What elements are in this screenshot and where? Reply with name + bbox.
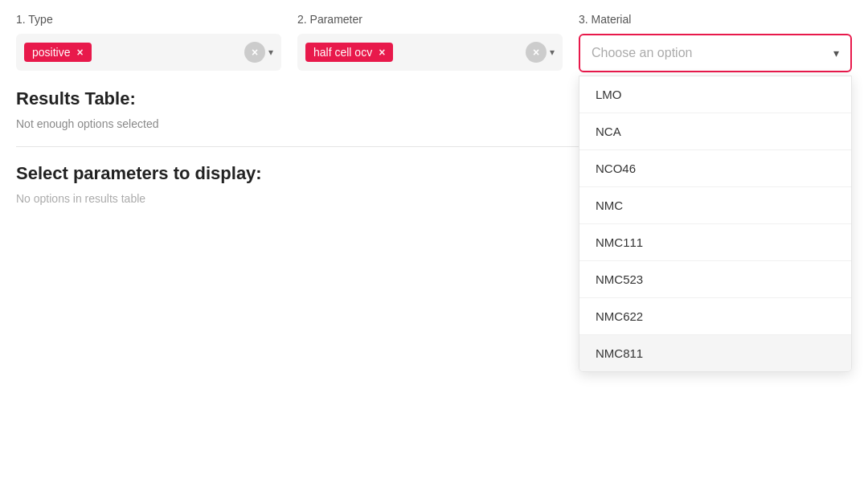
parameter-tag-close-icon[interactable]: × [379, 46, 385, 59]
material-dropdown-arrow-icon[interactable]: ▾ [833, 47, 839, 59]
material-column: 3. Material Choose an option ▾ LMONCANCO… [579, 13, 852, 72]
type-tag-label: positive [32, 46, 70, 59]
type-tag-close-icon[interactable]: × [76, 46, 83, 59]
type-dropdown-arrow-icon[interactable]: ▾ [268, 47, 273, 58]
parameter-clear-button[interactable]: × [526, 42, 547, 63]
type-clear-icon: × [252, 46, 258, 59]
type-tag[interactable]: positive × [24, 43, 92, 62]
type-column: 1. Type positive × × ▾ [16, 13, 297, 72]
parameter-select-box[interactable]: half cell ocv × × ▾ [297, 34, 563, 71]
parameter-tag-label: half cell ocv [313, 46, 372, 59]
dropdown-item[interactable]: NMC622 [579, 298, 851, 335]
parameter-clear-icon: × [533, 46, 539, 59]
parameter-tag[interactable]: half cell ocv × [305, 43, 393, 62]
type-select-box[interactable]: positive × × ▾ [16, 34, 281, 71]
dropdown-item[interactable]: NMC523 [579, 261, 851, 298]
dropdown-item[interactable]: NCO46 [579, 150, 851, 187]
material-placeholder: Choose an option [592, 46, 833, 60]
header-row: 1. Type positive × × ▾ 2. Parameter ha [0, 0, 868, 80]
type-select-controls: × ▾ [244, 42, 273, 63]
parameter-label: 2. Parameter [297, 13, 563, 26]
material-label: 3. Material [579, 13, 852, 26]
page-container: 1. Type positive × × ▾ 2. Parameter ha [0, 0, 868, 479]
parameter-dropdown-arrow-icon[interactable]: ▾ [550, 47, 555, 58]
dropdown-item[interactable]: NMC [579, 187, 851, 224]
material-select-wrapper: Choose an option ▾ LMONCANCO46NMCNMC111N… [579, 34, 852, 72]
parameter-column: 2. Parameter half cell ocv × × ▾ [297, 13, 579, 72]
parameter-select-controls: × ▾ [526, 42, 555, 63]
dropdown-item[interactable]: LMO [579, 76, 851, 113]
type-label: 1. Type [16, 13, 281, 26]
material-dropdown-list: LMONCANCO46NMCNMC111NMC523NMC622NMC811 [579, 76, 852, 372]
dropdown-item[interactable]: NMC111 [579, 224, 851, 261]
material-select-box[interactable]: Choose an option ▾ [579, 34, 852, 72]
dropdown-item[interactable]: NMC811 [579, 335, 851, 371]
type-clear-button[interactable]: × [244, 42, 265, 63]
dropdown-item[interactable]: NCA [579, 113, 851, 150]
